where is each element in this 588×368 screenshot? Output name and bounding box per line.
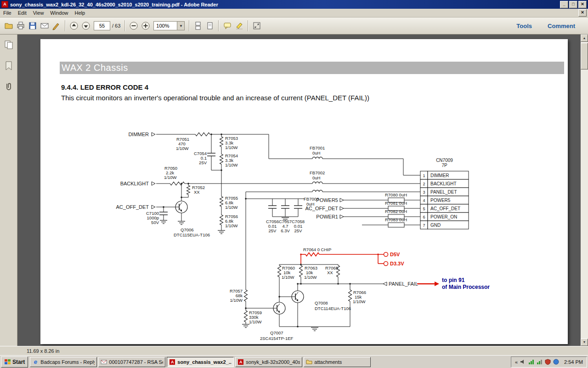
schematic-label: of Main Processor xyxy=(442,284,490,290)
connector-pin-name: PANEL_DET xyxy=(430,190,457,195)
junction-dot xyxy=(300,283,302,285)
network-signal-icon[interactable] xyxy=(537,359,543,365)
print-icon[interactable] xyxy=(15,20,27,32)
fullscreen-icon[interactable] xyxy=(251,20,263,32)
schematic-label: Q7006 xyxy=(181,227,194,232)
taskbar: Start e Badcaps Forums - Reply ... 00010… xyxy=(0,355,588,368)
maximize-button[interactable]: □ xyxy=(569,1,577,8)
schematic-label: POWER1 xyxy=(316,214,338,219)
schematic-label: R7083 0uH xyxy=(385,217,407,222)
test-point xyxy=(384,262,388,266)
resistor-symbol xyxy=(244,290,248,301)
sign-icon[interactable] xyxy=(51,20,62,32)
net-arrow xyxy=(152,205,155,209)
scrolling-mode-icon[interactable] xyxy=(192,20,204,32)
mail-icon xyxy=(101,359,107,365)
next-page-button[interactable] xyxy=(80,20,92,32)
minimize-button[interactable]: _ xyxy=(560,1,568,8)
status-bar: 11.69 x 8.26 in xyxy=(0,346,588,355)
schematic-label: 1/10W xyxy=(164,175,176,180)
schematic-label: XX xyxy=(194,190,200,195)
panel-fail-arrowhead xyxy=(435,282,439,286)
junction-dot xyxy=(220,133,222,135)
start-button[interactable]: Start xyxy=(1,356,28,368)
connector-pin-name: POWER5 xyxy=(430,198,451,203)
connector-pin-number: 4 xyxy=(423,198,425,203)
window-title: sony_chassis_wax2_kdl-26_32_40_46s2000_s… xyxy=(10,2,218,7)
junction-dot xyxy=(245,198,247,200)
security-shield-icon[interactable] xyxy=(545,359,551,365)
zoom-out-button[interactable] xyxy=(128,20,140,32)
toolbar-separator xyxy=(218,20,219,31)
open-icon[interactable] xyxy=(3,20,15,32)
schematic-label: Q7007 xyxy=(270,330,283,335)
page-thumbnails-icon[interactable] xyxy=(3,39,14,50)
bookmarks-icon[interactable] xyxy=(3,60,14,71)
schematic-label: 1/10W xyxy=(249,319,261,324)
net-arrow xyxy=(383,282,387,286)
menu-view[interactable]: View xyxy=(30,9,47,17)
connector-title: 7P xyxy=(441,163,447,168)
save-icon[interactable] xyxy=(27,20,39,32)
schematic-label: FB7001 xyxy=(310,145,325,150)
taskbar-item-attachments[interactable]: attachments xyxy=(304,357,371,367)
taskbar-item-badcaps[interactable]: e Badcaps Forums - Reply ... xyxy=(30,357,97,367)
menu-bar: File Edit View Window Help ✕ xyxy=(0,9,588,17)
page-size-label: 11.69 x 8.26 in xyxy=(27,348,59,354)
adobe-reader-icon: A xyxy=(1,1,8,8)
zoom-level-select[interactable]: 100% ▼ xyxy=(153,21,185,30)
document-area[interactable]: WAX 2 Chassis 9.4.4. LED ERROR CODE 4 Th… xyxy=(17,34,581,346)
system-tray: « 2:54 PM xyxy=(511,356,587,368)
email-icon[interactable] xyxy=(39,20,51,32)
schematic-label: to pin 91 xyxy=(442,277,465,283)
net-arrow xyxy=(340,207,344,210)
vertical-scrollbar[interactable]: ▲ ▼ xyxy=(581,34,588,346)
document-close-button[interactable]: ✕ xyxy=(578,9,587,17)
connector-pin-number: 7 xyxy=(423,223,425,228)
taskbar-item-sony-chassis-pdf[interactable]: A sony_chassis_wax2_... xyxy=(167,357,234,367)
scroll-down-icon[interactable]: ▼ xyxy=(581,339,588,346)
title-bar: A sony_chassis_wax2_kdl-26_32_40_46s2000… xyxy=(0,0,588,9)
hidden-icons-chevron[interactable]: « xyxy=(515,359,518,365)
chevron-down-icon[interactable]: ▼ xyxy=(177,22,184,30)
schematic-label: AC_OFF_DET xyxy=(305,206,338,211)
highlight-icon[interactable] xyxy=(233,20,245,32)
zoom-in-button[interactable] xyxy=(140,20,152,32)
ferrite-bead-symbol xyxy=(312,157,322,159)
network-signal-icon[interactable] xyxy=(528,359,534,365)
schematic-label: D5V xyxy=(390,252,400,257)
menu-help[interactable]: Help xyxy=(71,9,88,17)
schematic-label: D3.3V xyxy=(390,261,404,266)
taskbar-item-rsa-mail[interactable]: 000107747287 - RSA Se... xyxy=(98,357,165,367)
messenger-icon[interactable] xyxy=(553,359,559,365)
junction-dot xyxy=(300,253,302,255)
tools-button[interactable]: Tools xyxy=(516,23,532,29)
menu-edit[interactable]: Edit xyxy=(15,9,30,17)
toolbar-separator xyxy=(65,20,66,31)
volume-icon[interactable] xyxy=(520,359,526,365)
menu-file[interactable]: File xyxy=(0,9,15,17)
connector-pin-number: 5 xyxy=(423,207,425,211)
connector-pin-name: GND xyxy=(430,223,441,228)
toolbar: / 63 100% ▼ Tools Comm xyxy=(0,17,588,34)
toolbar-separator xyxy=(248,20,249,31)
close-button[interactable]: ✕ xyxy=(578,1,587,8)
scroll-up-icon[interactable]: ▲ xyxy=(581,34,588,42)
schematic-label: AC_OFF_DET xyxy=(116,204,149,210)
schematic-label: PANEL_FAIL xyxy=(389,281,418,287)
junction-dot xyxy=(210,133,212,135)
sticky-note-icon[interactable] xyxy=(221,20,233,32)
attachments-icon[interactable] xyxy=(3,81,14,92)
connector-pin-number: 6 xyxy=(423,215,425,219)
scrollbar-thumb[interactable] xyxy=(581,43,588,69)
menu-window[interactable]: Window xyxy=(47,9,71,17)
schematic-label: 1/10W xyxy=(225,205,237,210)
previous-page-button[interactable] xyxy=(68,20,80,32)
junction-dot xyxy=(300,264,302,265)
start-label: Start xyxy=(12,359,25,365)
page-number-input[interactable] xyxy=(94,21,110,30)
taskbar-item-sonyk-pdf[interactable]: A sonyk_kdl-32s2000_40s... xyxy=(235,357,302,367)
single-page-icon[interactable] xyxy=(204,20,216,32)
comment-button[interactable]: Comment xyxy=(548,23,575,29)
resistor-symbol xyxy=(220,154,223,164)
